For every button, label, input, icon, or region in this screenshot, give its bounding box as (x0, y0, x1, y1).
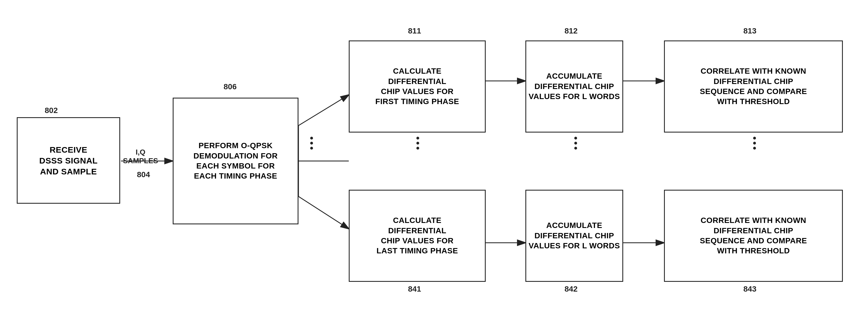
dots-calc (416, 137, 419, 149)
correlate-last-box: CORRELATE WITH KNOWN DIFFERENTIAL CHIP S… (664, 190, 843, 282)
label-843: 843 (743, 285, 756, 293)
calc-last-box: CALCULATE DIFFERENTIAL CHIP VALUES FOR L… (349, 190, 486, 282)
demodulate-box: PERFORM O-QPSK DEMODULATION FOR EACH SYM… (173, 98, 299, 224)
calc-first-box: CALCULATE DIFFERENTIAL CHIP VALUES FOR F… (349, 40, 486, 133)
correlate-last-text: CORRELATE WITH KNOWN DIFFERENTIAL CHIP S… (700, 215, 807, 256)
svg-line-2 (299, 95, 349, 126)
receive-text: RECEIVE DSSS SIGNAL AND SAMPLE (39, 144, 98, 177)
calc-last-text: CALCULATE DIFFERENTIAL CHIP VALUES FOR L… (376, 215, 458, 256)
correlate-first-text: CORRELATE WITH KNOWN DIFFERENTIAL CHIP S… (700, 66, 807, 107)
demodulate-text: PERFORM O-QPSK DEMODULATION FOR EACH SYM… (193, 141, 278, 181)
label-811: 811 (408, 27, 421, 35)
svg-line-3 (299, 196, 349, 229)
accum-first-text: ACCUMULATE DIFFERENTIAL CHIP VALUES FOR … (529, 71, 620, 102)
dots-accum (574, 137, 577, 149)
label-813: 813 (743, 27, 756, 35)
accum-first-box: ACCUMULATE DIFFERENTIAL CHIP VALUES FOR … (525, 40, 623, 133)
correlate-first-box: CORRELATE WITH KNOWN DIFFERENTIAL CHIP S… (664, 40, 843, 133)
label-842: 842 (564, 285, 578, 293)
calc-first-text: CALCULATE DIFFERENTIAL CHIP VALUES FOR F… (375, 66, 459, 107)
label-812: 812 (564, 27, 578, 35)
label-806: 806 (223, 82, 237, 91)
iq-samples-label: I,Q SAMPLES (123, 148, 158, 165)
accum-last-text: ACCUMULATE DIFFERENTIAL CHIP VALUES FOR … (529, 220, 620, 251)
receive-box: RECEIVE DSSS SIGNAL AND SAMPLE (17, 117, 120, 204)
label-802: 802 (45, 106, 58, 115)
accum-last-box: ACCUMULATE DIFFERENTIAL CHIP VALUES FOR … (525, 190, 623, 282)
dots-correlate (753, 137, 756, 149)
dots-middle (310, 137, 313, 149)
label-804: 804 (137, 170, 150, 179)
label-841: 841 (408, 285, 421, 293)
